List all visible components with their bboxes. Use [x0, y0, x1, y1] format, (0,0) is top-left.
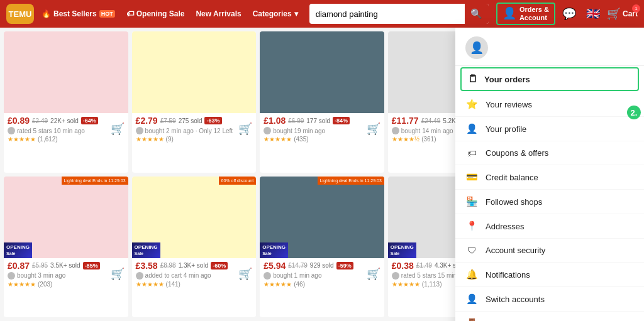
price-main: £5.94	[264, 261, 286, 271]
product-card[interactable]: 🛒 £1.08 £6.99 177 sold -84% bought 19 mi…	[260, 31, 384, 173]
item-label: Sign out	[486, 319, 516, 322]
messages-icon-btn[interactable]: 💬	[559, 6, 579, 22]
dropdown-item-your-profile[interactable]: 👤Your profile	[455, 117, 644, 141]
dropdown-item-followed-shops[interactable]: 🏪Followed shops	[455, 190, 644, 214]
star-rating: ★★★★½	[392, 136, 419, 143]
star-rating: ★★★★★	[264, 281, 292, 288]
item-icon: 👤	[465, 123, 478, 134]
dropdown-item-credit-balance[interactable]: 💳Credit balance	[455, 165, 644, 190]
buyer-text: bought 19 min ago	[273, 128, 325, 134]
item-label: Your orders	[484, 75, 530, 84]
lightning-deal-badge: Lightning deal Ends in 11:29:03	[318, 177, 384, 185]
header: TEMU 🔥 Best Sellers HOT 🏷 Opening Sale N…	[0, 0, 644, 28]
add-to-cart-icon[interactable]: 🛒	[111, 122, 125, 136]
search-button[interactable]: 🔍	[465, 4, 489, 24]
rating-row: ★★★★★(46)	[264, 281, 380, 288]
sold-count: 929 sold	[310, 262, 334, 269]
dropdown-item-coupons-offers[interactable]: 🏷Coupons & offers	[455, 141, 644, 165]
product-image: OPENINGSaleLightning deal Ends in 11:29:…	[4, 177, 128, 258]
dropdown-item-sign-out[interactable]: 🚪Sign out	[455, 312, 644, 321]
buyer-info: bought 1 min ago	[264, 272, 380, 280]
new-arrivals-nav[interactable]: New Arrivals	[192, 7, 245, 21]
search-bar: 🔍	[309, 4, 489, 24]
product-card[interactable]: 🛒 £0.89 £2.49 22K+ sold -64% rated 5 sta…	[4, 31, 128, 173]
product-info: £3.58 £8.98 1.3K+ sold -60% added to car…	[132, 258, 257, 291]
price-original: £5.95	[32, 262, 48, 269]
item-label: Switch accounts	[486, 295, 545, 304]
item-icon: 🗒	[468, 73, 478, 85]
dropdown-item-your-orders[interactable]: 🗒Your orders	[460, 67, 639, 91]
dropdown-item-notifications[interactable]: 🔔Notifications	[455, 263, 644, 287]
product-info: £0.89 £2.49 22K+ sold -64% rated 5 stars…	[4, 113, 128, 146]
search-input[interactable]	[309, 9, 465, 19]
opening-sale-nav[interactable]: 🏷 Opening Sale	[123, 7, 189, 21]
rating-row: ★★★★★(9)	[136, 136, 253, 143]
chevron-down-icon: ▾	[294, 9, 298, 18]
rating-row: ★★★★★(435)	[264, 136, 380, 143]
item-icon: ⭐	[465, 99, 478, 110]
temu-logo[interactable]: TEMU	[6, 4, 34, 24]
buyer-text: bought 3 min ago	[17, 272, 65, 279]
rating-row: ★★★★★(141)	[136, 281, 253, 288]
item-icon: 👤	[465, 293, 478, 305]
add-to-cart-icon[interactable]: 🛒	[367, 267, 380, 281]
step2-badge: 2.	[627, 106, 641, 119]
buyer-text: bought 2 min ago · Only 12 Left	[145, 128, 233, 134]
item-label: Credit balance	[486, 173, 538, 182]
sold-count: 177 sold	[306, 117, 330, 124]
cart-count-badge: 1	[632, 4, 640, 13]
item-label: Followed shops	[486, 197, 542, 207]
buyer-text: bought 1 min ago	[273, 272, 321, 279]
add-to-cart-icon[interactable]: 🛒	[111, 267, 125, 281]
review-count: (141)	[166, 281, 180, 288]
add-to-cart-icon[interactable]: 🛒	[367, 122, 380, 136]
discount-badge: -64%	[81, 117, 98, 124]
buyer-info: added to cart 4 min ago	[136, 272, 253, 280]
dropdown-item-account-security[interactable]: 🛡Account security	[455, 239, 644, 263]
buyer-info: bought 19 min ago	[264, 127, 380, 134]
sold-count: 3.5K+ sold	[50, 262, 80, 269]
product-image	[260, 31, 384, 113]
dropdown-item-your-reviews[interactable]: ⭐Your reviews	[455, 92, 644, 117]
fire-icon: 🔥	[42, 9, 51, 18]
buyer-avatar	[264, 127, 271, 134]
sold-count: 22K+ sold	[50, 117, 79, 124]
star-rating: ★★★★★	[136, 281, 164, 288]
product-card[interactable]: OPENINGSaleLightning deal Ends in 11:29:…	[4, 177, 128, 318]
item-icon: 💳	[465, 171, 478, 183]
discount-badge: -59%	[336, 262, 353, 269]
best-sellers-nav[interactable]: 🔥 Best Sellers HOT	[38, 7, 119, 21]
add-to-cart-icon[interactable]: 🛒	[238, 267, 252, 281]
review-count: (435)	[294, 136, 308, 143]
buyer-info: bought 3 min ago	[8, 272, 125, 280]
discount-badge: -63%	[204, 117, 221, 124]
dropdown-item-addresses[interactable]: 📍Addresses	[455, 214, 644, 239]
price-main: £11.77	[392, 116, 419, 126]
cart-icon: 🛒	[607, 7, 621, 21]
star-rating: ★★★★★	[8, 281, 36, 288]
flag-icon-btn[interactable]: 🇬🇧	[583, 6, 603, 22]
price-main: £0.38	[392, 261, 414, 271]
product-card[interactable]: OPENINGSaleLightning deal Ends in 11:29:…	[260, 177, 384, 318]
lightning-deal-badge: 60% off discount	[219, 177, 257, 185]
user-avatar: 👤	[465, 36, 488, 59]
review-count: (1,612)	[38, 136, 58, 143]
price-original: £24.49	[421, 117, 441, 124]
price-row: £0.89 £2.49 22K+ sold -64%	[8, 116, 125, 126]
item-icon: 🚪	[465, 318, 478, 321]
rating-row: ★★★★★(1,612)	[8, 136, 125, 143]
review-count: (9)	[166, 136, 174, 143]
opening-sale-badge: OPENINGSale	[388, 242, 416, 258]
review-count: (203)	[38, 281, 52, 288]
dropdown-item-switch-accounts[interactable]: 👤Switch accounts	[455, 287, 644, 312]
star-rating: ★★★★★	[392, 281, 420, 288]
categories-nav[interactable]: Categories ▾	[249, 7, 302, 21]
price-row: £5.94 £14.79 929 sold -59%	[264, 261, 380, 271]
review-count: (1,113)	[422, 281, 442, 288]
item-label: Addresses	[486, 222, 524, 231]
product-card[interactable]: OPENINGSale60% off discount🛒 £3.58 £8.98…	[132, 177, 257, 318]
orders-account-button[interactable]: 👤 Orders & Account	[496, 3, 555, 25]
product-card[interactable]: 🛒 £2.79 £7.59 275 sold -63% bought 2 min…	[132, 31, 257, 173]
add-to-cart-icon[interactable]: 🛒	[238, 122, 252, 136]
item-icon: 🏷	[465, 148, 478, 158]
